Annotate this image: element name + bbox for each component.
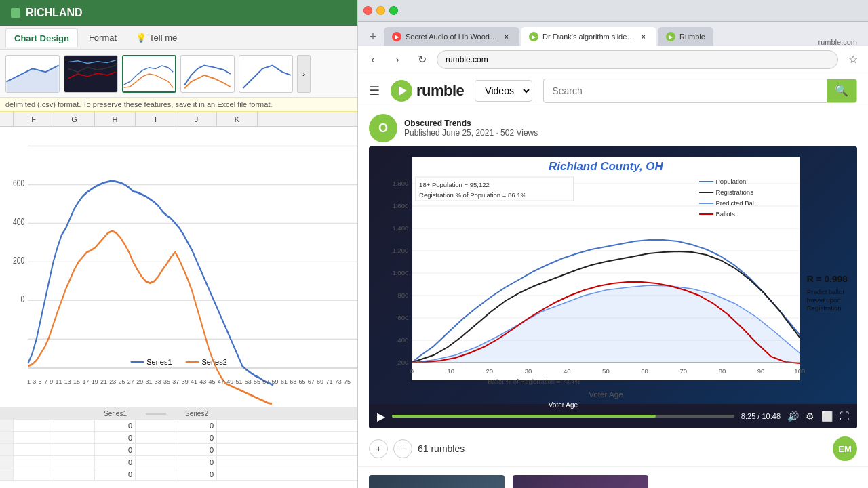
bulb-icon: 💡 xyxy=(136,33,146,43)
svg-text:90: 90 xyxy=(757,368,765,375)
channel-avatar[interactable]: O xyxy=(369,114,397,142)
svg-text:1,800: 1,800 xyxy=(392,180,408,187)
rumble-count: 61 rumbles xyxy=(418,443,465,454)
svg-text:1,000: 1,000 xyxy=(392,270,408,277)
videos-dropdown[interactable]: Videos xyxy=(475,80,532,102)
channel-name[interactable]: Obscured Trends xyxy=(404,119,538,128)
svg-text:200: 200 xyxy=(397,359,408,366)
col-i[interactable]: I xyxy=(136,112,176,126)
tab-tell-me[interactable]: 💡 Tell me xyxy=(127,28,185,47)
bookmark-btn[interactable]: ☆ xyxy=(844,50,863,69)
voter-age-label: Voter Age xyxy=(549,401,578,409)
row-num xyxy=(0,407,14,420)
video-thumbnails xyxy=(358,467,868,488)
tab-2-favicon: ▶ xyxy=(529,32,538,41)
col-g[interactable]: G xyxy=(54,112,95,126)
browser-tab-1[interactable]: ▶ Secret Audio of Lin Wood di... × xyxy=(384,27,519,46)
tab-format[interactable]: Format xyxy=(81,28,125,47)
chart-thumb-2[interactable] xyxy=(64,55,118,93)
svg-text:Predicted Bal...: Predicted Bal... xyxy=(715,200,760,207)
svg-text:1,400: 1,400 xyxy=(392,225,408,232)
tab-chart-design[interactable]: Chart Design xyxy=(5,28,78,47)
time-display: 8:25 / 10:48 xyxy=(741,412,781,420)
col-h[interactable]: H xyxy=(95,112,136,126)
svg-text:Registrations: Registrations xyxy=(715,189,753,196)
tab-2-close[interactable]: × xyxy=(639,32,648,41)
legend-series1-color xyxy=(130,361,144,363)
address-hint: rumble.com xyxy=(818,38,863,46)
thumbs-up-btn[interactable]: + xyxy=(369,439,388,458)
video-controls: ▶ Voter Age 8:25 / 10:48 🔊 ⚙ ⬜ ⛶ xyxy=(369,404,857,428)
em-badge: EM xyxy=(833,436,857,461)
search-icon: 🔍 xyxy=(835,84,848,97)
col-f[interactable]: F xyxy=(14,112,54,126)
svg-text:200: 200 xyxy=(13,256,24,266)
chart-thumb-4[interactable] xyxy=(180,55,235,93)
legend-series2: Series2 xyxy=(186,358,227,366)
data-row-5: 0 0 xyxy=(0,468,357,481)
video-player: 1,800 1,600 1,400 1,200 1,000 800 600 40… xyxy=(369,146,857,428)
volume-btn[interactable]: 🔊 xyxy=(787,411,799,422)
x-axis-labels: 1357911131517192123252729313335373941434… xyxy=(27,378,351,385)
search-button[interactable]: 🔍 xyxy=(827,79,856,102)
svg-text:Predict ballot: Predict ballot xyxy=(807,289,844,296)
chart-area: 600 400 200 0 Series1 Series2 1357911131… xyxy=(0,127,357,407)
fullscreen-btn[interactable]: ⛶ xyxy=(840,411,849,422)
svg-text:400: 400 xyxy=(13,217,24,228)
settings-btn[interactable]: ⚙ xyxy=(806,411,814,422)
series2-label: Series2 xyxy=(176,407,217,420)
reload-btn[interactable]: ↻ xyxy=(412,50,431,69)
play-icon xyxy=(399,86,407,96)
series-col-f xyxy=(14,407,54,420)
rumble-logo-text: rumble xyxy=(416,82,464,100)
video-thumb-1[interactable] xyxy=(369,475,505,488)
new-tab-btn[interactable]: + xyxy=(363,27,382,46)
vid-thumb-1-img xyxy=(369,475,505,488)
svg-text:80: 80 xyxy=(719,368,726,375)
channel-published: Published June 25, 2021 · 502 Views xyxy=(404,128,538,138)
window-minimize-btn[interactable] xyxy=(376,6,385,15)
svg-text:Registration % of Population =: Registration % of Population = 86.1% xyxy=(419,192,526,199)
forward-btn[interactable]: › xyxy=(388,50,407,69)
app-title: RICHLAND xyxy=(26,7,83,19)
svg-marker-0 xyxy=(6,65,58,92)
chart-thumb-1[interactable] xyxy=(5,55,60,93)
chart-tabs: Chart Design Format 💡 Tell me xyxy=(0,26,357,50)
series-col-g xyxy=(54,407,95,420)
tab-1-close[interactable]: × xyxy=(502,32,511,41)
channel-meta: Obscured Trends Published June 25, 2021 … xyxy=(404,119,538,138)
nav-bar: ‹ › ↻ ☆ xyxy=(358,46,868,73)
window-close-btn[interactable] xyxy=(363,6,372,15)
search-input[interactable] xyxy=(544,85,827,96)
chart-thumb-5[interactable] xyxy=(239,55,293,93)
col-j[interactable]: J xyxy=(176,112,217,126)
col-k[interactable]: K xyxy=(217,112,258,126)
thumbs-down-btn[interactable]: − xyxy=(393,439,412,458)
browser-tab-2[interactable]: ▶ Dr Frank's algorithm slide sh... × xyxy=(521,27,656,46)
hamburger-btn[interactable]: ☰ xyxy=(369,83,380,98)
window-maximize-btn[interactable] xyxy=(389,6,398,15)
chart-thumb-3[interactable] xyxy=(122,55,176,93)
svg-text:Voter Age: Voter Age xyxy=(589,390,623,399)
browser-tab-3[interactable]: ▶ Rumble xyxy=(658,27,713,46)
thumbnails-next[interactable]: › xyxy=(297,55,311,93)
svg-text:70: 70 xyxy=(679,368,687,375)
svg-text:R = 0.998: R = 0.998 xyxy=(807,274,848,284)
svg-text:Registration: Registration xyxy=(807,305,842,312)
svg-text:60: 60 xyxy=(641,368,648,375)
browser-tabs: + ▶ Secret Audio of Lin Wood di... × ▶ D… xyxy=(358,22,868,46)
pip-btn[interactable]: ⬜ xyxy=(821,411,833,422)
address-bar[interactable] xyxy=(437,50,838,69)
play-pause-btn[interactable]: ▶ xyxy=(377,410,385,423)
back-btn[interactable]: ‹ xyxy=(363,50,382,69)
svg-text:100: 100 xyxy=(794,368,805,375)
rumble-logo[interactable]: rumble xyxy=(391,80,464,102)
browser-chrome xyxy=(358,0,868,22)
row-number-header xyxy=(0,112,14,126)
warning-bar: delimited (.csv) format. To preserve the… xyxy=(0,98,357,112)
search-container: 🔍 xyxy=(543,79,857,103)
svg-text:50: 50 xyxy=(602,368,610,375)
video-thumb-2[interactable] xyxy=(513,475,648,488)
svg-text:0: 0 xyxy=(410,368,414,375)
progress-bar[interactable]: Voter Age xyxy=(392,415,734,418)
